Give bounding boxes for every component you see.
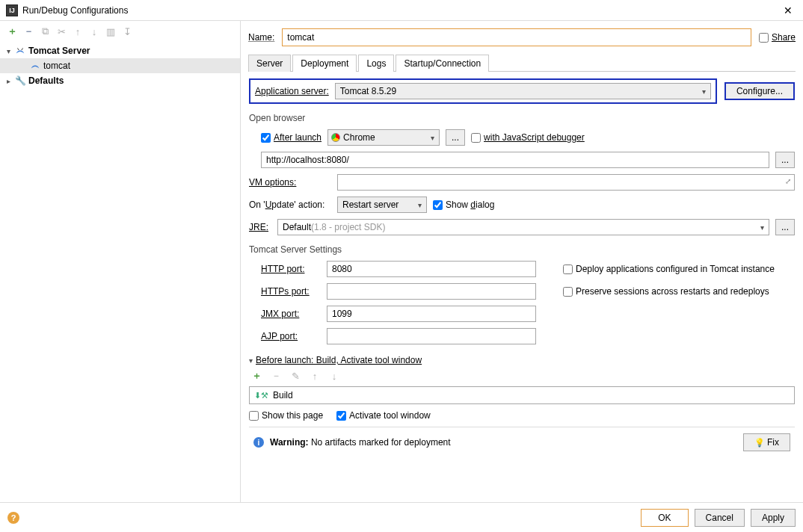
before-launch-header[interactable]: ▾ Before launch: Build, Activate tool wi… [249, 355, 795, 365]
jre-select[interactable]: Default (1.8 - project SDK) [277, 219, 769, 235]
tomcat-icon [30, 61, 40, 71]
bulb-icon: 💡 [754, 438, 765, 447]
tomcat-settings-legend: Tomcat Server Settings [249, 244, 342, 255]
tomcat-icon [15, 46, 25, 56]
deploy-apps-label: Deploy applications configured in Tomcat… [576, 264, 775, 274]
cancel-button[interactable]: Cancel [695, 509, 745, 527]
show-this-page-input[interactable] [249, 411, 259, 421]
http-port-input[interactable] [327, 261, 536, 277]
move-down-icon[interactable]: ↓ [88, 25, 100, 37]
ajp-port-input[interactable] [327, 328, 536, 344]
tab-deployment[interactable]: Deployment [292, 55, 357, 72]
activate-tool-window-checkbox[interactable]: Activate tool window [336, 410, 431, 421]
info-icon: i [253, 437, 264, 448]
sort-icon[interactable]: ↧ [121, 25, 133, 37]
activate-tool-window-label: Activate tool window [349, 410, 431, 421]
add-config-icon[interactable]: ＋ [6, 25, 18, 37]
caret-right-icon: ▸ [4, 77, 12, 85]
show-this-page-label: Show this page [262, 410, 323, 421]
move-up-icon[interactable]: ↑ [72, 25, 84, 37]
show-dialog-input[interactable] [433, 200, 443, 210]
tabs: Server Deployment Logs Startup/Connectio… [248, 54, 796, 72]
bl-remove-icon[interactable]: － [270, 370, 282, 382]
caret-down-icon: ▾ [249, 356, 253, 365]
folder-icon[interactable]: ▥ [105, 25, 117, 37]
jmx-port-input[interactable] [327, 306, 536, 322]
tree-node-defaults[interactable]: ▸ 🔧 Defaults [0, 73, 240, 88]
tab-logs[interactable]: Logs [358, 55, 394, 72]
caret-down-icon: ▾ [4, 47, 12, 55]
warning-text: Warning: No artifacts marked for deploym… [270, 437, 451, 448]
js-debugger-input[interactable] [471, 133, 481, 143]
browser-ellipsis-button[interactable]: ... [446, 129, 465, 146]
bl-add-icon[interactable]: ＋ [250, 370, 262, 382]
preserve-sessions-input[interactable] [563, 287, 573, 297]
config-tree: ▾ Tomcat Server tomcat ▸ 🔧 Defaults [0, 42, 240, 502]
app-server-row: Application server: Tomcat 8.5.29 [249, 78, 717, 104]
url-ellipsis-button[interactable]: ... [775, 152, 795, 168]
after-launch-checkbox[interactable]: After launch [261, 132, 321, 143]
bottom-bar: ? OK Cancel Apply [0, 502, 803, 532]
on-update-value: Restart server [342, 200, 399, 210]
browser-select[interactable]: Chrome [327, 129, 440, 146]
jre-hint: (1.8 - project SDK) [311, 222, 385, 232]
help-icon[interactable]: ? [7, 512, 19, 524]
close-icon[interactable]: ✕ [779, 4, 797, 16]
on-update-label: On 'Update' action: [249, 200, 331, 210]
vm-options-label: VM options: [249, 177, 331, 188]
after-launch-input[interactable] [261, 133, 271, 143]
tree-label: Tomcat Server [28, 46, 90, 56]
open-browser-fieldset: Open browser After launch Chrome ... [249, 110, 795, 168]
app-server-select[interactable]: Tomcat 8.5.29 [335, 83, 711, 99]
bl-up-icon[interactable]: ↑ [309, 370, 321, 382]
before-launch-section: ▾ Before launch: Build, Activate tool wi… [249, 355, 795, 421]
app-server-label: Application server: [255, 86, 329, 96]
bl-down-icon[interactable]: ↓ [328, 370, 340, 382]
after-launch-label: After launch [274, 132, 321, 143]
activate-tool-window-input[interactable] [336, 411, 346, 421]
https-port-label: HTTPs port: [261, 286, 321, 297]
tab-server[interactable]: Server [248, 55, 291, 72]
show-dialog-checkbox[interactable]: Show dialog [433, 200, 494, 210]
preserve-sessions-label: Preserve sessions across restarts and re… [576, 286, 769, 297]
jmx-port-label: JMX port: [261, 309, 321, 319]
js-debugger-checkbox[interactable]: with JavaScript debugger [471, 132, 585, 143]
ok-button[interactable]: OK [641, 509, 688, 527]
deploy-apps-input[interactable] [563, 265, 573, 274]
before-launch-list[interactable]: ⬇⚒ Build [249, 386, 795, 404]
apply-button[interactable]: Apply [751, 509, 796, 527]
share-checkbox-input[interactable] [759, 33, 769, 43]
url-input[interactable] [261, 152, 769, 168]
remove-config-icon[interactable]: － [22, 25, 34, 37]
share-checkbox[interactable]: Share [759, 32, 796, 43]
bl-edit-icon[interactable]: ✎ [289, 370, 301, 382]
configure-button[interactable]: Configure... [724, 82, 795, 100]
show-dialog-label: Show dialog [446, 200, 494, 210]
http-port-label: HTTP port: [261, 264, 321, 274]
fix-button[interactable]: 💡Fix [743, 433, 790, 451]
jre-label: JRE: [249, 222, 271, 232]
settings-icon[interactable]: ✂ [55, 25, 67, 37]
tab-startup[interactable]: Startup/Connection [396, 55, 489, 72]
on-update-select[interactable]: Restart server [337, 197, 427, 213]
tree-label: Defaults [28, 75, 64, 86]
https-port-input[interactable] [327, 283, 536, 300]
before-launch-label: Before launch: Build, Activate tool wind… [256, 355, 422, 365]
jre-ellipsis-button[interactable]: ... [775, 219, 795, 235]
ajp-port-label: AJP port: [261, 331, 321, 341]
vm-options-input[interactable]: ⤢ [337, 174, 795, 191]
deploy-apps-checkbox[interactable]: Deploy applications configured in Tomcat… [563, 264, 795, 274]
browser-value: Chrome [343, 132, 375, 143]
name-label: Name: [248, 32, 274, 43]
js-debugger-label: with JavaScript debugger [484, 132, 585, 143]
name-input[interactable] [282, 28, 751, 46]
preserve-sessions-checkbox[interactable]: Preserve sessions across restarts and re… [563, 286, 795, 297]
tree-node-tomcat[interactable]: tomcat [0, 58, 240, 73]
warning-bar: i Warning: No artifacts marked for deplo… [249, 427, 795, 457]
expand-icon[interactable]: ⤢ [785, 177, 791, 185]
show-this-page-checkbox[interactable]: Show this page [249, 410, 323, 421]
tree-label: tomcat [43, 61, 70, 71]
tree-node-tomcat-server[interactable]: ▾ Tomcat Server [0, 43, 240, 58]
window-title: Run/Debug Configurations [22, 5, 779, 16]
copy-config-icon[interactable]: ⧉ [39, 25, 51, 37]
